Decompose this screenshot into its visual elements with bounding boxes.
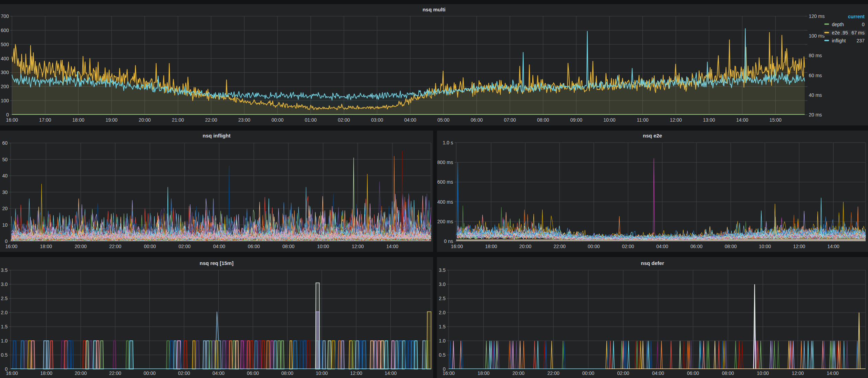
svg-text:1.0: 1.0 [1, 338, 8, 344]
svg-text:10: 10 [2, 222, 8, 228]
svg-text:1.0 s: 1.0 s [443, 140, 453, 145]
svg-text:18:00: 18:00 [40, 370, 52, 376]
svg-text:07:00: 07:00 [504, 117, 516, 123]
svg-text:1.5: 1.5 [1, 324, 8, 329]
svg-text:20:00: 20:00 [512, 370, 524, 376]
svg-text:14:00: 14:00 [386, 244, 398, 249]
svg-text:60 ms: 60 ms [809, 73, 822, 78]
svg-text:400 ms: 400 ms [437, 199, 453, 205]
svg-text:22:00: 22:00 [109, 370, 121, 376]
svg-text:17:00: 17:00 [39, 117, 51, 123]
svg-text:04:00: 04:00 [213, 244, 225, 249]
svg-text:06:00: 06:00 [687, 370, 699, 376]
svg-text:0: 0 [6, 112, 9, 118]
svg-text:08:00: 08:00 [282, 244, 294, 249]
svg-text:18:00: 18:00 [72, 117, 84, 123]
svg-text:02:00: 02:00 [178, 244, 190, 249]
svg-text:06:00: 06:00 [248, 244, 260, 249]
svg-text:nsq e2e: nsq e2e [643, 133, 662, 139]
svg-text:16:00: 16:00 [6, 117, 18, 123]
svg-text:15:00: 15:00 [770, 117, 782, 123]
svg-text:18:00: 18:00 [485, 244, 497, 249]
svg-text:700: 700 [1, 13, 9, 19]
svg-text:30: 30 [2, 190, 8, 195]
svg-text:12:00: 12:00 [792, 370, 804, 376]
svg-text:600 ms: 600 ms [437, 179, 453, 185]
svg-text:04:00: 04:00 [404, 117, 416, 123]
svg-text:00:00: 00:00 [582, 370, 594, 376]
svg-text:04:00: 04:00 [652, 370, 664, 376]
svg-text:18:00: 18:00 [478, 370, 490, 376]
svg-text:3.0: 3.0 [1, 282, 8, 287]
svg-text:500: 500 [1, 42, 9, 47]
svg-text:02:00: 02:00 [622, 244, 634, 249]
svg-text:current: current [848, 14, 865, 19]
svg-text:16:00: 16:00 [442, 370, 454, 376]
svg-text:0.5: 0.5 [439, 352, 446, 358]
svg-text:12:00: 12:00 [793, 244, 805, 249]
svg-text:nsq multi: nsq multi [422, 7, 446, 12]
svg-text:00:00: 00:00 [271, 117, 283, 123]
svg-text:16:00: 16:00 [6, 370, 18, 376]
svg-text:14:00: 14:00 [385, 370, 397, 376]
svg-text:12:00: 12:00 [350, 370, 362, 376]
svg-text:22:00: 22:00 [109, 244, 121, 249]
svg-text:02:00: 02:00 [617, 370, 629, 376]
svg-text:08:00: 08:00 [281, 370, 293, 376]
svg-text:14:00: 14:00 [827, 244, 839, 249]
svg-text:12:00: 12:00 [352, 244, 364, 249]
svg-text:100: 100 [1, 98, 9, 103]
svg-text:0 ns: 0 ns [444, 238, 453, 244]
svg-text:06:00: 06:00 [690, 244, 702, 249]
svg-text:1.5: 1.5 [439, 324, 446, 329]
svg-text:50: 50 [2, 157, 8, 162]
svg-text:2.5: 2.5 [439, 296, 446, 301]
svg-text:100 ms: 100 ms [809, 33, 825, 39]
svg-text:12:00: 12:00 [670, 117, 682, 123]
svg-text:10:00: 10:00 [317, 244, 329, 249]
svg-text:04:00: 04:00 [656, 244, 668, 249]
svg-text:80 ms: 80 ms [809, 53, 822, 58]
svg-text:06:00: 06:00 [471, 117, 483, 123]
svg-text:nsq req [15m]: nsq req [15m] [200, 260, 233, 266]
svg-text:11:00: 11:00 [637, 117, 649, 123]
svg-text:20:00: 20:00 [75, 370, 87, 376]
svg-text:3.0: 3.0 [439, 282, 446, 287]
svg-text:01:00: 01:00 [305, 117, 317, 123]
svg-text:600: 600 [1, 28, 9, 33]
svg-text:00:00: 00:00 [588, 244, 600, 249]
svg-text:nsq defer: nsq defer [641, 260, 664, 266]
svg-text:2.0: 2.0 [439, 310, 446, 315]
svg-text:21:00: 21:00 [172, 117, 184, 123]
svg-text:200 ms: 200 ms [437, 219, 453, 224]
svg-text:67 ms: 67 ms [851, 30, 865, 35]
svg-text:19:00: 19:00 [105, 117, 117, 123]
svg-text:2.0: 2.0 [1, 310, 8, 315]
svg-text:40: 40 [2, 173, 8, 178]
svg-text:04:00: 04:00 [212, 370, 224, 376]
svg-text:400: 400 [1, 56, 9, 61]
svg-text:10:00: 10:00 [316, 370, 328, 376]
svg-text:09:00: 09:00 [570, 117, 582, 123]
svg-text:05:00: 05:00 [437, 117, 449, 123]
svg-text:18:00: 18:00 [40, 244, 52, 249]
svg-text:3.5: 3.5 [1, 267, 8, 273]
svg-text:237: 237 [857, 38, 865, 43]
svg-text:22:00: 22:00 [205, 117, 217, 123]
svg-text:14:00: 14:00 [736, 117, 748, 123]
svg-text:02:00: 02:00 [338, 117, 350, 123]
svg-text:120 ms: 120 ms [809, 13, 825, 19]
svg-text:300: 300 [1, 70, 9, 75]
svg-text:06:00: 06:00 [247, 370, 259, 376]
svg-text:20:00: 20:00 [519, 244, 531, 249]
svg-text:e2e .95: e2e .95 [832, 30, 848, 35]
svg-text:10:00: 10:00 [604, 117, 616, 123]
svg-text:14:00: 14:00 [827, 370, 839, 376]
svg-text:00:00: 00:00 [144, 244, 156, 249]
svg-text:10:00: 10:00 [759, 244, 771, 249]
svg-text:3.5: 3.5 [439, 267, 446, 273]
svg-text:16:00: 16:00 [5, 244, 17, 249]
svg-text:20 ms: 20 ms [809, 112, 822, 118]
svg-text:16:00: 16:00 [451, 244, 463, 249]
svg-text:0: 0 [5, 238, 8, 244]
